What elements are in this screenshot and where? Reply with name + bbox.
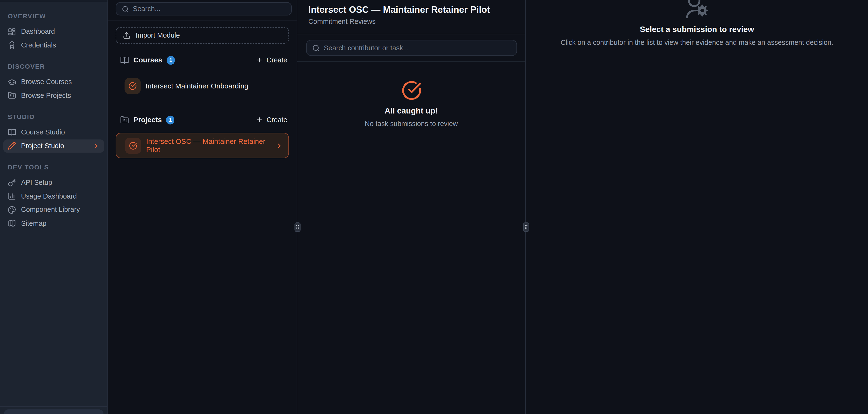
projects-group-header: Projects 1 Create <box>108 115 297 125</box>
courses-group-header: Courses 1 Create <box>108 56 297 65</box>
chevron-right-icon <box>93 142 100 150</box>
project-tile <box>125 137 141 154</box>
search-icon <box>312 44 320 52</box>
empty-state-message: No task submissions to review <box>365 120 458 128</box>
plus-icon <box>256 116 263 123</box>
sidebar-section-discover: DISCOVER <box>8 62 100 70</box>
bar-chart-icon <box>8 192 16 200</box>
book-open-icon <box>8 128 16 136</box>
chevron-right-icon <box>276 142 283 149</box>
graduation-cap-icon <box>8 78 16 86</box>
detail-title: Select a submission to review <box>640 25 754 34</box>
sidebar-section-overview: OVERVIEW <box>8 12 100 20</box>
book-open-icon <box>120 56 129 65</box>
review-subtitle: Commitment Reviews <box>308 18 514 25</box>
check-circle-icon <box>401 80 422 101</box>
upload-icon <box>123 32 131 39</box>
sidebar-section-dev-tools: DEV TOOLS <box>8 163 100 171</box>
sidebar-item-label: API Setup <box>21 179 52 187</box>
sidebar-footer-button[interactable] <box>4 410 103 414</box>
library-panel: Import Module Courses 1 Create Inter <box>108 0 297 414</box>
projects-label: Projects <box>133 116 162 124</box>
review-panel: Intersect OSC — Maintainer Retainer Pilo… <box>297 0 526 414</box>
detail-message: Click on a contributor in the list to vi… <box>561 39 833 46</box>
sidebar-section-studio: STUDIO <box>8 113 100 121</box>
app-root: OVERVIEW Dashboard Credentials DISCOVER … <box>0 0 868 414</box>
import-module-label: Import Module <box>136 32 180 39</box>
sidebar-item-label: Course Studio <box>21 128 65 136</box>
detail-panel: Select a submission to review Click on a… <box>526 0 868 414</box>
review-search-input[interactable] <box>324 44 511 52</box>
project-name: Intersect OSC — Maintainer Retainer Pilo… <box>146 137 266 154</box>
create-course-label: Create <box>267 56 287 64</box>
empty-state-title: All caught up! <box>384 106 438 115</box>
review-search-box <box>306 40 517 56</box>
sidebar-item-label: Credentials <box>21 41 56 49</box>
sidebar-item-credentials[interactable]: Credentials <box>3 38 104 52</box>
sidebar-item-label: Usage Dashboard <box>21 192 77 200</box>
sidebar-item-label: Dashboard <box>21 28 55 35</box>
check-circle-icon <box>129 141 137 150</box>
plus-icon <box>256 56 263 64</box>
sidebar-item-label: Sitemap <box>21 220 46 227</box>
courses-count-badge: 1 <box>166 56 175 65</box>
course-list-item[interactable]: Intersect Maintainer Onboarding <box>116 76 289 95</box>
sidebar: OVERVIEW Dashboard Credentials DISCOVER … <box>0 0 108 414</box>
library-search-header <box>108 2 297 21</box>
sidebar-item-label: Component Library <box>21 206 80 214</box>
map-icon <box>8 219 16 227</box>
sidebar-item-project-studio[interactable]: Project Studio <box>3 139 104 153</box>
project-list-item-selected[interactable]: Intersect OSC — Maintainer Retainer Pilo… <box>116 133 289 158</box>
sidebar-item-usage-dashboard[interactable]: Usage Dashboard <box>3 189 104 203</box>
create-project-label: Create <box>267 116 287 124</box>
palette-icon <box>8 206 16 214</box>
sidebar-item-dashboard[interactable]: Dashboard <box>3 25 104 38</box>
sidebar-item-label: Browse Projects <box>21 92 71 99</box>
folder-kanban-icon <box>120 116 129 124</box>
search-icon <box>122 5 129 12</box>
import-module-button[interactable]: Import Module <box>116 27 289 44</box>
dashboard-icon <box>8 28 16 36</box>
library-search-box <box>116 2 292 15</box>
sidebar-item-course-studio[interactable]: Course Studio <box>3 126 104 139</box>
course-tile <box>125 78 141 94</box>
review-search-row <box>297 34 525 62</box>
projects-count-badge: 1 <box>166 116 174 124</box>
library-search-input[interactable] <box>133 5 286 13</box>
sidebar-item-label: Browse Courses <box>21 78 72 86</box>
key-icon <box>8 179 16 187</box>
user-cog-icon <box>685 0 708 18</box>
check-circle-icon <box>128 82 137 90</box>
award-icon <box>8 41 16 49</box>
courses-label: Courses <box>133 56 162 64</box>
sidebar-item-component-library[interactable]: Component Library <box>3 203 104 217</box>
sidebar-item-browse-projects[interactable]: Browse Projects <box>3 89 104 102</box>
folder-kanban-icon <box>8 91 16 99</box>
review-panel-header: Intersect OSC — Maintainer Retainer Pilo… <box>297 0 525 34</box>
project-title: Intersect OSC — Maintainer Retainer Pilo… <box>308 4 514 15</box>
pencil-icon <box>8 142 16 150</box>
sidebar-footer <box>0 406 107 414</box>
course-name: Intersect Maintainer Onboarding <box>146 82 248 90</box>
panel-resize-handle-left[interactable] <box>294 222 300 232</box>
sidebar-item-browse-courses[interactable]: Browse Courses <box>3 75 104 89</box>
sidebar-item-sitemap[interactable]: Sitemap <box>3 217 104 230</box>
create-course-button[interactable]: Create <box>256 56 287 64</box>
empty-state: All caught up! No task submissions to re… <box>297 80 525 128</box>
create-project-button[interactable]: Create <box>256 116 287 124</box>
sidebar-item-api-setup[interactable]: API Setup <box>3 176 104 189</box>
sidebar-item-label: Project Studio <box>21 142 64 150</box>
panel-resize-handle-right[interactable] <box>523 222 529 232</box>
